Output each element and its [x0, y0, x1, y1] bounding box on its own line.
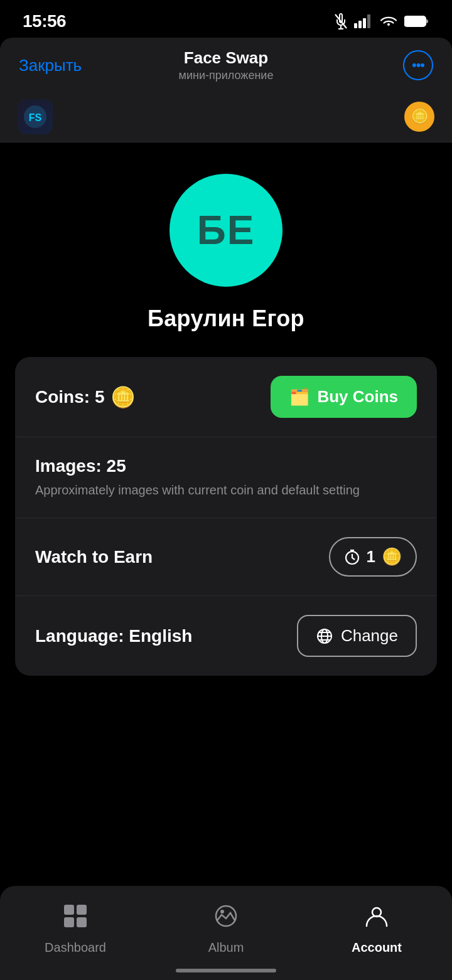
- images-label: Images: 25: [35, 456, 126, 476]
- svg-rect-4: [358, 21, 362, 28]
- photo-icon: [213, 903, 239, 934]
- nav-item-account[interactable]: Account: [333, 903, 421, 955]
- watch-earn-row: Watch to Earn 1 🪙: [15, 518, 437, 596]
- more-icon: •••: [412, 57, 424, 73]
- bottom-nav: Dashboard Album Account: [0, 886, 452, 980]
- svg-text:FS: FS: [29, 112, 42, 123]
- earn-amount: 1: [367, 547, 375, 567]
- album-label: Album: [208, 940, 244, 955]
- svg-rect-21: [77, 905, 87, 915]
- nav-bar: Закрыть Face Swap мини-приложение •••: [0, 38, 452, 92]
- status-bar: 15:56: [0, 0, 452, 38]
- timer-icon: [344, 549, 360, 565]
- nav-title: Face Swap: [179, 48, 274, 68]
- svg-rect-3: [354, 23, 357, 28]
- svg-rect-22: [64, 917, 74, 927]
- status-icons: [334, 13, 429, 29]
- avatar-section: БЕ Барулин Егор: [0, 142, 452, 357]
- more-button[interactable]: •••: [403, 50, 433, 80]
- coin-avatar-emoji: 🪙: [411, 109, 428, 125]
- buy-coins-label: Buy Coins: [317, 387, 398, 407]
- buy-coins-button[interactable]: 🗂️ Buy Coins: [271, 376, 417, 418]
- svg-rect-5: [363, 18, 366, 28]
- svg-rect-23: [77, 917, 87, 927]
- user-name: Барулин Егор: [148, 306, 304, 332]
- svg-rect-1: [338, 28, 343, 29]
- avatar-initials: БЕ: [197, 207, 256, 253]
- grid-icon: [63, 903, 88, 934]
- change-language-button[interactable]: Change: [297, 615, 417, 657]
- coins-display: Coins: 5 🪙: [35, 385, 136, 409]
- mute-icon: [334, 13, 348, 29]
- dashboard-label: Dashboard: [45, 940, 106, 955]
- wallet-icon: 🗂️: [289, 387, 309, 407]
- avatar-circle: БЕ: [170, 174, 282, 287]
- watch-earn-button[interactable]: 1 🪙: [329, 537, 417, 577]
- nav-item-dashboard[interactable]: Dashboard: [31, 903, 119, 955]
- home-indicator: [176, 969, 276, 972]
- watch-earn-label: Watch to Earn: [35, 547, 153, 567]
- language-row: Language: English Change: [15, 596, 437, 676]
- status-time: 15:56: [23, 11, 66, 31]
- svg-rect-9: [406, 18, 417, 25]
- change-label: Change: [341, 626, 398, 646]
- account-label: Account: [352, 940, 402, 955]
- earn-coin-emoji: 🪙: [382, 547, 402, 567]
- language-label: Language: English: [35, 626, 192, 646]
- svg-rect-8: [426, 19, 428, 23]
- info-card: Coins: 5 🪙 🗂️ Buy Coins Images: 25 Appro…: [15, 357, 437, 676]
- svg-point-25: [220, 910, 224, 913]
- app-logo: FS: [18, 99, 53, 134]
- user-coin-avatar: 🪙: [404, 102, 434, 132]
- images-row: Images: 25 Approximately images with cur…: [15, 437, 437, 518]
- main-content: БЕ Барулин Егор Coins: 5 🪙 🗂️ Buy Coins …: [0, 142, 452, 801]
- nav-subtitle: мини-приложение: [179, 69, 274, 82]
- coins-emoji: 🪙: [110, 385, 136, 409]
- svg-rect-6: [367, 14, 370, 28]
- signal-icon: [354, 14, 373, 28]
- svg-rect-0: [340, 26, 342, 28]
- coins-label: Coins: 5: [35, 387, 104, 407]
- coins-row: Coins: 5 🪙 🗂️ Buy Coins: [15, 357, 437, 437]
- globe-icon: [316, 627, 333, 645]
- nav-center: Face Swap мини-приложение: [179, 48, 274, 82]
- close-button[interactable]: Закрыть: [19, 56, 82, 75]
- wifi-icon: [379, 14, 398, 28]
- app-header-row: FS 🪙: [0, 92, 452, 142]
- images-sublabel: Approximately images with current coin a…: [35, 481, 360, 499]
- person-icon: [364, 903, 389, 934]
- nav-item-album[interactable]: Album: [182, 903, 270, 955]
- battery-icon: [404, 15, 429, 28]
- svg-rect-20: [64, 905, 74, 915]
